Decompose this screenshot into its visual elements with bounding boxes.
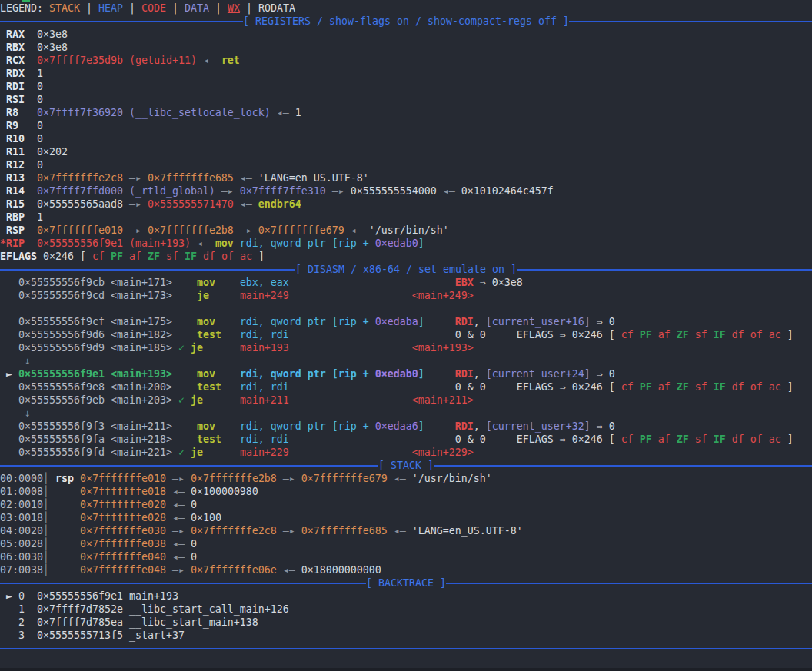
text-segment xyxy=(763,329,769,340)
text-segment xyxy=(289,381,455,393)
text-segment xyxy=(215,368,240,380)
text-segment xyxy=(25,238,37,249)
text-segment: mov xyxy=(197,368,215,380)
text-segment: 07:0038 xyxy=(0,564,43,576)
text-segment: cf xyxy=(621,433,634,445)
text-segment: RAX xyxy=(0,28,37,40)
text-segment xyxy=(178,251,185,262)
pwndbg-terminal[interactable]: LEGEND: STACK | HEAP | CODE | DATA | WX … xyxy=(0,0,812,671)
text-segment xyxy=(172,329,197,340)
text-segment: ZF xyxy=(677,329,689,340)
text-segment xyxy=(689,329,695,340)
text-segment: rdi, rdi xyxy=(240,381,289,393)
text-segment: IF xyxy=(714,433,726,445)
text-segment: 'LANG=en_US.UTF-8' xyxy=(258,172,369,184)
text-segment: [current_user+16] xyxy=(486,316,591,327)
text-segment xyxy=(203,447,240,458)
text-segment: cf xyxy=(92,251,105,262)
text-segment: main+229 xyxy=(240,447,289,458)
text-segment: mov xyxy=(197,420,215,432)
text-segment: 0×edab0 xyxy=(375,238,418,249)
text-segment xyxy=(215,277,240,288)
terminal-line: 0×55555556f9d6 <main+182> test rdi, rdi … xyxy=(0,328,812,341)
text-segment: 'LANG=en_US.UTF-8' xyxy=(412,525,523,536)
text-segment: main+249 xyxy=(240,290,289,301)
text-segment: 0×7fffffffe685 xyxy=(301,525,388,536)
text-segment: ] xyxy=(418,316,424,327)
text-segment: ◂— xyxy=(437,185,461,197)
text-segment: ◂— xyxy=(234,172,258,184)
stack-section: 00:0000│ rsp 0×7fffffffe010 —▸ 0×7ffffff… xyxy=(0,472,812,576)
text-segment: 0×55555556f9fd <main+221> xyxy=(18,447,172,458)
text-segment xyxy=(197,251,203,262)
disasm-header-label: [ DISASM / x86-64 / set emulate on ] xyxy=(295,263,517,276)
text-segment: je xyxy=(191,447,203,458)
text-segment: of xyxy=(750,381,763,393)
terminal-line: EFLAGS 0×246 [ cf PF af ZF sf IF df of a… xyxy=(0,250,812,263)
text-segment xyxy=(49,538,80,550)
terminal-line: RCX 0×7ffff7e35d9b (getuid+11) ◂— ret xyxy=(0,54,812,67)
text-segment: 0×55555556f9f3 <main+211> xyxy=(18,420,172,432)
text-segment: │ xyxy=(43,564,49,576)
text-segment: IF xyxy=(714,381,726,393)
text-segment: 03:0018 xyxy=(0,512,43,523)
text-segment: │ xyxy=(43,525,49,536)
text-segment: <main+211> xyxy=(412,394,474,406)
text-segment xyxy=(289,329,455,340)
text-segment: *RIP xyxy=(0,238,25,249)
text-segment: ◂— xyxy=(166,551,191,563)
text-segment: ] xyxy=(781,433,794,445)
text-segment xyxy=(221,433,240,445)
disasm-section-header: [ DISASM / x86-64 / set emulate on ] xyxy=(0,263,812,276)
text-segment xyxy=(221,329,240,340)
text-segment: cf xyxy=(621,381,634,393)
text-segment xyxy=(634,433,640,445)
text-segment: 0 & 0 EFLAGS ⇒ 0×246 [ xyxy=(455,381,621,393)
text-segment: ⇒ 0 xyxy=(591,420,615,432)
terminal-line: 02:0010│ 0×7fffffffe020 ◂— 0 xyxy=(0,498,812,511)
text-segment xyxy=(172,420,197,432)
text-segment: 0×7fffffffe038 xyxy=(80,538,166,550)
text-segment: 0×55555556f9e8 <main+200> xyxy=(18,381,172,393)
text-segment: R11 xyxy=(0,146,37,158)
text-segment: ◂— xyxy=(166,538,191,550)
text-segment: | xyxy=(166,2,185,14)
text-segment: | xyxy=(240,2,258,14)
terminal-line: *RIP 0×55555556f9e1 (main+193) ◂— mov rd… xyxy=(0,237,812,250)
terminal-line: 06:0030│ 0×7fffffffe040 ◂— 0 xyxy=(0,550,812,563)
text-segment: R13 xyxy=(0,172,37,184)
text-segment: 0 xyxy=(37,94,43,105)
terminal-line: 05:0028│ 0×7fffffffe038 ◂— 0 xyxy=(0,537,812,550)
text-segment: <main+229> xyxy=(412,447,474,458)
text-segment: ret xyxy=(221,55,240,66)
text-segment xyxy=(0,342,18,354)
text-segment xyxy=(707,433,714,445)
terminal-line: RBX 0×3e8 xyxy=(0,41,812,54)
text-segment: | xyxy=(123,2,141,14)
text-segment xyxy=(49,564,80,576)
text-segment: 0×7fffffffe685 xyxy=(148,172,234,184)
text-segment xyxy=(234,251,240,262)
text-segment: 0×55555565aad8 xyxy=(37,198,123,210)
terminal-line: 2 0×7ffff7d785ea __libc_start_main+138 xyxy=(0,616,812,629)
text-segment: 0×7fffffffe2c8 xyxy=(191,525,277,536)
text-segment: 0×edaba xyxy=(375,316,418,327)
bottom-separator xyxy=(0,642,812,655)
text-segment: 0×10102464c457f xyxy=(461,185,554,197)
text-segment: ac xyxy=(769,433,781,445)
terminal-line: RBP 1 xyxy=(0,211,812,224)
text-segment: ] xyxy=(252,251,265,262)
text-segment: R15 xyxy=(0,198,37,210)
terminal-line: 0×55555556f9fa <main+218> test rdi, rdi … xyxy=(0,433,812,446)
text-segment xyxy=(726,329,732,340)
text-segment: 0×55555556f9e1 (main+193) xyxy=(37,238,191,249)
terminal-line: ► 0 0×55555556f9e1 main+193 xyxy=(0,590,812,603)
terminal-line: RSI 0 xyxy=(0,93,812,106)
text-segment: 0 xyxy=(37,159,43,171)
separator-line xyxy=(0,583,366,584)
text-segment: rdi, rdi xyxy=(240,433,289,445)
text-segment: ◂— xyxy=(197,55,221,66)
text-segment: 0×7ffff7ffe310 xyxy=(240,185,326,197)
text-segment: 0×7fffffffe010 xyxy=(80,473,166,484)
text-segment: ] xyxy=(781,381,794,393)
